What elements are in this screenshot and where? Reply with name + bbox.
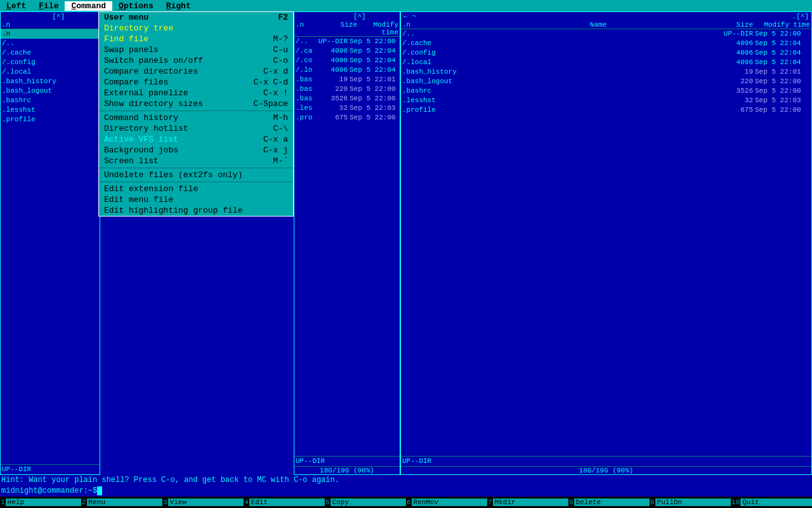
cmd-menu-item-shortcut: C-Space [253,99,288,109]
mid-panel-file-row[interactable]: .bashrc3526Sep 5 22:00 [294,94,400,104]
right-panel-file-row[interactable]: /..UP--DIRSep 5 22:00 [401,29,811,39]
right-panel-file-row[interactable]: .profile675Sep 5 22:00 [401,105,811,115]
mid-panel-file-row[interactable]: .lesshst32Sep 5 22:03 [294,104,400,113]
cmd-menu-item-screen-list[interactable]: Screen listM-` [99,156,293,166]
cmd-menu-item-label: Switch panels on/off [104,56,267,65]
cmd-menu-item-ext-panelize[interactable]: External panelizeC-x ! [99,88,293,98]
fkey-item-6[interactable]: 6RenMov [406,498,487,506]
cmd-menu-divider [99,168,293,168]
cmdline-cursor [97,486,102,495]
cmd-menu-item-bg-jobs[interactable]: Background jobsC-x j [99,145,293,156]
cmd-menu-item-show-dir-sizes[interactable]: Show directory sizesC-Space [99,98,293,109]
file-size: 220 [313,84,348,94]
file-name: /.config [296,56,313,65]
fkey-item-3[interactable]: 3View [162,498,244,506]
left-panel-file-row[interactable]: .bashrc [1,96,100,105]
right-panel-file-row[interactable]: /.local4096Sep 5 22:04 [401,58,811,67]
file-cname [485,77,712,86]
fkey-item-4[interactable]: 4Edit [244,498,325,506]
mid-panel-file-row[interactable]: /.cache4096Sep 5 22:04 [294,46,400,56]
file-name: /.local [402,58,485,67]
rp-col-size: Size [712,21,753,29]
right-panel-file-row[interactable]: .bashrc3526Sep 5 22:00 [401,86,811,96]
cmd-menu-header-shortcut: F2 [278,13,288,22]
file-cname [485,96,712,105]
file-size: 4096 [313,46,348,56]
cmd-menu-item-compare-dirs[interactable]: Compare directoriesC-x d [99,66,293,77]
left-panel-file-row[interactable]: /.cache [1,48,100,58]
cmd-menu-item-edit-menu[interactable]: Edit menu file [99,194,293,205]
file-mtime: Sep 5 22:04 [348,46,398,56]
file-size: 3526 [712,86,753,96]
mid-panel-file-row[interactable]: /..UP--DIRSep 5 22:00 [294,37,400,46]
left-panel-file-row[interactable]: .lesshst [1,105,100,115]
left-panel-file-row[interactable]: /.local [1,67,100,77]
fkey-item-8[interactable]: 8Delete [568,498,650,506]
left-panel-file-row[interactable]: .bash_history [1,77,100,86]
fkey-item-10[interactable]: 10Quit [731,498,812,506]
right-panel-file-row[interactable]: .bash_history19Sep 5 22:01 [401,67,811,77]
menu-left[interactable]: Left [0,1,32,11]
file-name: /.. [2,39,98,48]
fkey-item-1[interactable]: 1Help [0,498,81,506]
left-panel-file-row[interactable]: .n [1,29,100,39]
fkey-bar: 1Help2Menu3View4Edit5Copy6RenMov7Mkdir8D… [0,497,812,508]
mid-panel-files: /..UP--DIRSep 5 22:00/.cache4096Sep 5 22… [294,37,400,123]
cmd-menu-item-label: Edit extension file [104,184,282,194]
mid-panel-file-row[interactable]: /.local4096Sep 5 22:04 [294,65,400,75]
file-size: 32 [712,96,753,105]
mid-panel-file-row[interactable]: .profile675Sep 5 22:00 [294,113,400,123]
file-mtime: Sep 5 22:00 [348,94,398,104]
file-name: .bash_logout [402,77,485,86]
cmd-menu-item-shortcut: C-x j [263,145,288,155]
file-name: .lesshst [402,96,485,105]
mid-panel-file-row[interactable]: /.config4096Sep 5 22:04 [294,56,400,65]
left-panel-file-row[interactable]: .profile [1,115,100,124]
mid-panel-file-row[interactable]: .bash_logout220Sep 5 22:00 [294,84,400,94]
cmd-menu-item-compare-files[interactable]: Compare filesC-x C-d [99,77,293,88]
left-panel-colheader: .n [1,21,100,29]
cmd-menu-item-find-file[interactable]: Find fileM-? [99,34,293,44]
file-mtime: Sep 5 22:04 [753,58,810,67]
file-cname [485,58,712,67]
cmd-menu-item-undelete[interactable]: Undelete files (ext2fs only) [99,170,293,180]
fkey-item-2[interactable]: 2Menu [81,498,162,506]
cmd-menu-divider [99,182,293,182]
left-panel-file-row[interactable]: /.config [1,58,100,67]
fkey-item-7[interactable]: 7Mkdir [487,498,568,506]
cmd-menu-item-dir-hotlist[interactable]: Directory hotlistC-\ [99,123,293,134]
menu-right[interactable]: Right [160,1,197,11]
menu-options[interactable]: Options [112,1,160,11]
file-size: 675 [313,113,348,123]
mid-panel-file-row[interactable]: .bash_history19Sep 5 22:01 [294,75,400,84]
cmd-menu-item-shortcut: C-x C-d [253,77,288,87]
right-panel-file-row[interactable]: /.config4096Sep 5 22:04 [401,48,811,58]
left-panel-file-row[interactable]: /.. [1,39,100,48]
cmd-menu-item-edit-highlight[interactable]: Edit highlighting group file [99,205,293,216]
cmd-menu-item-switch-panels[interactable]: Switch panels on/offC-o [99,55,293,66]
right-panel-file-row[interactable]: .lesshst32Sep 5 22:03 [401,96,811,105]
cmd-menu-items: Directory treeFind fileM-?Swap panelsC-u… [99,23,293,216]
menu-command[interactable]: Command [65,1,112,11]
cmd-menu-item-swap-panels[interactable]: Swap panelsC-u [99,44,293,55]
fkey-num: 4 [244,498,249,506]
cmd-menu-item-dir-tree[interactable]: Directory tree [99,23,293,34]
right-panel-file-row[interactable]: .bash_logout220Sep 5 22:00 [401,77,811,86]
cmd-menu-item-edit-ext[interactable]: Edit extension file [99,184,293,194]
cmdline[interactable]: midnight@commander:~$ [0,485,812,497]
file-size: 675 [712,105,753,115]
cmd-menu-item-cmd-history[interactable]: Command historyM-h [99,112,293,123]
left-panel-file-row[interactable]: .bash_logout [1,86,100,96]
fkey-item-5[interactable]: 5Copy [325,498,406,506]
cmd-menu-item-label: Find file [104,34,267,44]
cmd-menu-item-label: Directory tree [104,23,282,33]
menu-file[interactable]: File [32,1,65,11]
cmd-menu-item-shortcut: M-` [273,156,288,166]
file-size: 4096 [712,39,753,48]
fkey-label: Edit [249,498,325,506]
right-panel-file-row[interactable]: /.cache4096Sep 5 22:04 [401,39,811,48]
cmd-menu-item-shortcut: C-u [273,45,288,55]
file-size: 32 [313,104,348,113]
fkey-item-9[interactable]: 9PullDn [650,498,731,506]
cmd-menu-item-active-vfs[interactable]: Active VFS listC-x a [99,134,293,145]
